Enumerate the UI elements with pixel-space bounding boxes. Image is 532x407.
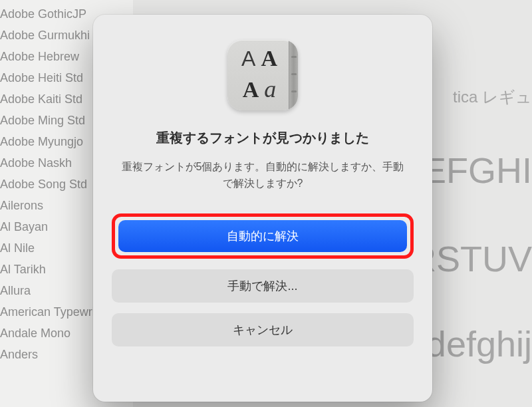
preview-sample-text: defghij — [426, 323, 532, 364]
dialog-title: 重複するフォントが見つかりました — [156, 129, 369, 147]
duplicate-fonts-dialog: AA Aa 重複するフォントが見つかりました 重複フォントが5個あります。自動的… — [93, 15, 432, 402]
preview-style-label: tica レギュ — [453, 86, 532, 108]
dialog-buttons: 自動的に解決 手動で解決... キャンセル — [112, 213, 414, 346]
resolve-automatically-button[interactable]: 自動的に解決 — [118, 220, 407, 252]
preview-sample-text: EFGHI — [422, 150, 532, 191]
font-book-app-icon: AA Aa — [227, 40, 298, 110]
dialog-message: 重複フォントが5個あります。自動的に解決しますか、手動で解決しますか? — [112, 159, 414, 192]
primary-button-highlight: 自動的に解決 — [112, 213, 414, 259]
resolve-manually-button[interactable]: 手動で解決... — [112, 269, 414, 303]
cancel-button[interactable]: キャンセル — [112, 313, 414, 346]
